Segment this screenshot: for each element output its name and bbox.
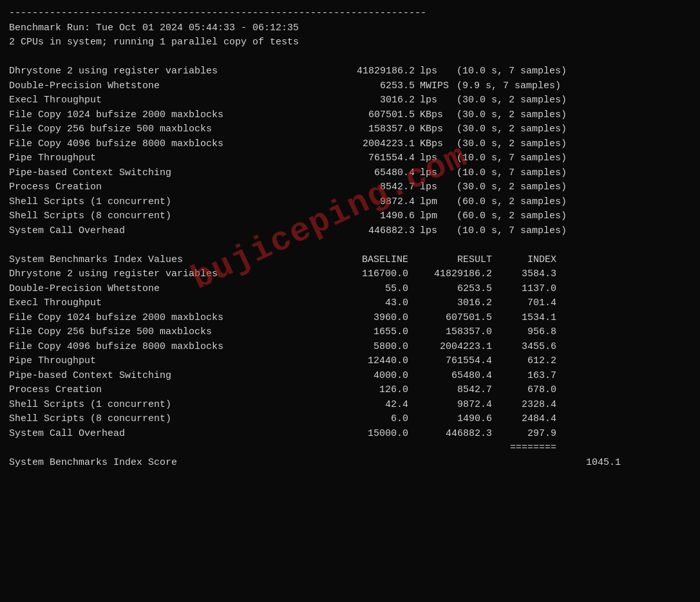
raw-result-value: 607501.5 — [325, 108, 415, 123]
raw-result-value: 3016.2 — [325, 93, 415, 108]
raw-result-detail: (30.0 s, 2 samples) — [457, 137, 567, 152]
index-result-row: File Copy 4096 bufsize 8000 maxblocks580… — [9, 340, 691, 355]
index-result-row: File Copy 1024 bufsize 2000 maxblocks396… — [9, 311, 691, 326]
raw-result-detail: (9.9 s, 7 samples) — [457, 79, 561, 94]
index-header-baseline: BASELINE — [325, 253, 408, 268]
index-result-row: Dhrystone 2 using register variables1167… — [9, 267, 691, 282]
index-result-index: 678.0 — [492, 383, 556, 398]
raw-result-value: 6253.5 — [325, 79, 415, 94]
index-result-baseline: 15000.0 — [325, 427, 408, 442]
index-result-name: Process Creation — [9, 383, 325, 398]
cpu-info-line: 2 CPUs in system; running 1 parallel cop… — [9, 35, 691, 50]
raw-result-unit: lps — [415, 166, 457, 181]
index-result-name: File Copy 1024 bufsize 2000 maxblocks — [9, 311, 325, 326]
raw-result-unit: lps — [415, 224, 457, 239]
raw-result-row: Pipe-based Context Switching65480.4lps(1… — [9, 166, 691, 181]
index-result-baseline: 5800.0 — [325, 340, 408, 355]
raw-result-name: Process Creation — [9, 180, 325, 195]
index-result-baseline: 43.0 — [325, 296, 408, 311]
raw-result-name: Shell Scripts (1 concurrent) — [9, 195, 325, 210]
index-result-name: Pipe-based Context Switching — [9, 369, 325, 384]
raw-result-row: Shell Scripts (8 concurrent)1490.6lpm(60… — [9, 209, 691, 224]
index-result-index: 1534.1 — [492, 311, 556, 326]
index-result-index: 163.7 — [492, 369, 556, 384]
raw-result-row: File Copy 256 bufsize 500 maxblocks15835… — [9, 122, 691, 137]
index-result-name: Shell Scripts (1 concurrent) — [9, 398, 325, 413]
raw-result-unit: KBps — [415, 137, 457, 152]
spacer-1 — [9, 50, 691, 65]
raw-result-detail: (30.0 s, 2 samples) — [457, 122, 567, 137]
index-result-baseline: 12440.0 — [325, 354, 408, 369]
raw-result-row: System Call Overhead446882.3lps(10.0 s, … — [9, 224, 691, 239]
index-results-section: Dhrystone 2 using register variables1167… — [9, 267, 691, 441]
raw-result-detail: (10.0 s, 7 samples) — [457, 151, 567, 166]
index-result-row: Process Creation126.08542.7678.0 — [9, 383, 691, 398]
score-value: 1045.1 — [556, 456, 621, 471]
index-result-baseline: 1655.0 — [325, 325, 408, 340]
raw-result-detail: (30.0 s, 2 samples) — [457, 108, 567, 123]
index-result-result: 761554.4 — [408, 354, 492, 369]
index-result-row: Pipe-based Context Switching4000.065480.… — [9, 369, 691, 384]
equals-line-row: ======== — [9, 441, 691, 456]
index-result-name: Double-Precision Whetstone — [9, 282, 325, 297]
raw-result-unit: MWIPS — [415, 79, 457, 94]
raw-result-row: Shell Scripts (1 concurrent)9872.4lpm(60… — [9, 195, 691, 210]
index-result-row: Pipe Throughput12440.0761554.4612.2 — [9, 354, 691, 369]
index-result-index: 1137.0 — [492, 282, 556, 297]
raw-result-value: 446882.3 — [325, 224, 415, 239]
index-result-index: 3455.6 — [492, 340, 556, 355]
raw-result-unit: lpm — [415, 209, 457, 224]
index-result-baseline: 42.4 — [325, 398, 408, 413]
index-result-name: System Call Overhead — [9, 427, 325, 442]
raw-result-row: Process Creation8542.7lps(30.0 s, 2 samp… — [9, 180, 691, 195]
index-result-name: Shell Scripts (8 concurrent) — [9, 412, 325, 427]
benchmark-run-line: Benchmark Run: Tue Oct 01 2024 05:44:33 … — [9, 21, 691, 36]
raw-result-detail: (10.0 s, 7 samples) — [457, 64, 567, 79]
raw-result-unit: lps — [415, 151, 457, 166]
raw-result-value: 8542.7 — [325, 180, 415, 195]
index-result-index: 2484.4 — [492, 412, 556, 427]
raw-result-name: File Copy 1024 bufsize 2000 maxblocks — [9, 108, 325, 123]
raw-result-value: 158357.0 — [325, 122, 415, 137]
index-header-result: RESULT — [408, 253, 492, 268]
raw-result-value: 41829186.2 — [325, 64, 415, 79]
index-result-baseline: 4000.0 — [325, 369, 408, 384]
raw-result-value: 2004223.1 — [325, 137, 415, 152]
raw-result-name: Pipe Throughput — [9, 151, 325, 166]
raw-result-row: Execl Throughput3016.2lps(30.0 s, 2 samp… — [9, 93, 691, 108]
raw-result-row: File Copy 4096 bufsize 8000 maxblocks200… — [9, 137, 691, 152]
raw-result-name: Dhrystone 2 using register variables — [9, 64, 325, 79]
equals-line: ======== — [492, 441, 556, 456]
index-result-result: 65480.4 — [408, 369, 492, 384]
raw-result-unit: lps — [415, 64, 457, 79]
score-row: System Benchmarks Index Score1045.1 — [9, 456, 691, 471]
index-result-baseline: 55.0 — [325, 282, 408, 297]
raw-result-row: Double-Precision Whetstone6253.5MWIPS(9.… — [9, 79, 691, 94]
index-result-name: File Copy 256 bufsize 500 maxblocks — [9, 325, 325, 340]
index-result-name: File Copy 4096 bufsize 8000 maxblocks — [9, 340, 325, 355]
index-result-index: 701.4 — [492, 296, 556, 311]
raw-result-detail: (30.0 s, 2 samples) — [457, 180, 567, 195]
index-result-name: Dhrystone 2 using register variables — [9, 267, 325, 282]
raw-result-row: File Copy 1024 bufsize 2000 maxblocks607… — [9, 108, 691, 123]
raw-result-unit: lpm — [415, 195, 457, 210]
index-result-index: 2328.4 — [492, 398, 556, 413]
raw-result-unit: lps — [415, 180, 457, 195]
raw-result-value: 1490.6 — [325, 209, 415, 224]
raw-result-unit: KBps — [415, 122, 457, 137]
raw-result-name: File Copy 4096 bufsize 8000 maxblocks — [9, 137, 325, 152]
raw-results-section: Dhrystone 2 using register variables4182… — [9, 64, 691, 238]
index-result-index: 3584.3 — [492, 267, 556, 282]
raw-result-name: Shell Scripts (8 concurrent) — [9, 209, 325, 224]
index-result-row: Execl Throughput43.03016.2701.4 — [9, 296, 691, 311]
index-result-baseline: 6.0 — [325, 412, 408, 427]
index-result-result: 2004223.1 — [408, 340, 492, 355]
index-header-label: System Benchmarks Index Values — [9, 253, 325, 268]
index-result-index: 956.8 — [492, 325, 556, 340]
raw-result-row: Dhrystone 2 using register variables4182… — [9, 64, 691, 79]
index-header-index: INDEX — [492, 253, 556, 268]
index-result-row: File Copy 256 bufsize 500 maxblocks1655.… — [9, 325, 691, 340]
index-result-row: Shell Scripts (1 concurrent)42.49872.423… — [9, 398, 691, 413]
spacer-2 — [9, 238, 691, 253]
index-result-baseline: 126.0 — [325, 383, 408, 398]
